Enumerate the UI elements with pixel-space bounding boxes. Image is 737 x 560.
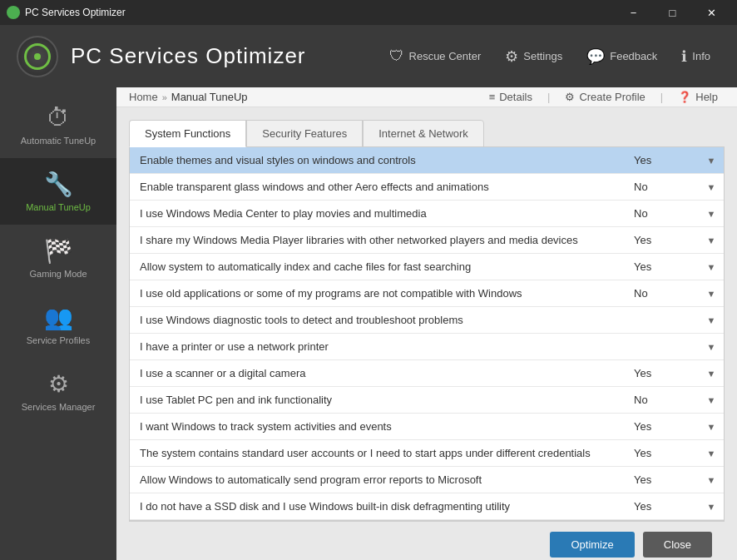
table-row[interactable]: I share my Windows Media Player librarie… <box>130 227 724 254</box>
main-layout: ⏱ Automatic TuneUp 🔧 Manual TuneUp 🏁 Gam… <box>0 87 737 560</box>
row-value: Yes <box>624 254 699 280</box>
row-text: I use Windows diagnostic tools to detect… <box>130 307 624 334</box>
row-dropdown-button[interactable]: ▼ <box>702 495 721 518</box>
table-row[interactable]: I use Windows Media Center to play movie… <box>130 201 724 227</box>
table-scroll[interactable]: Enable themes and visual styles on windo… <box>130 147 724 520</box>
table-row[interactable]: I do not have a SSD disk and I use Windo… <box>130 493 724 520</box>
sidebar-item-services-manager[interactable]: ⚙ Services Manager <box>0 358 116 424</box>
sidebar-label-auto-tuneup: Automatic TuneUp <box>21 136 96 146</box>
settings-table-container: Enable themes and visual styles on windo… <box>129 146 725 521</box>
row-text: I use Windows Media Center to play movie… <box>130 201 624 227</box>
table-row[interactable]: I use a scanner or a digital cameraYes▼ <box>130 360 724 387</box>
titlebar-app-icon <box>7 6 20 19</box>
settings-table: Enable themes and visual styles on windo… <box>130 147 724 520</box>
row-dropdown-cell: ▼ <box>699 227 724 254</box>
tab-security-features[interactable]: Security Features <box>246 120 363 147</box>
header: PC Services Optimizer 🛡 Rescue Center ⚙ … <box>0 25 737 87</box>
breadcrumb-left: Home » Manual TuneUp <box>129 91 248 103</box>
optimize-button[interactable]: Optimize <box>550 532 634 558</box>
auto-tuneup-icon: ⏱ <box>47 104 70 131</box>
breadcrumb-home[interactable]: Home <box>129 91 158 103</box>
breadcrumb-right: ≡ Details | ⚙ Create Profile | ❓ Help <box>482 87 725 107</box>
row-text: I share my Windows Media Player librarie… <box>130 227 624 254</box>
settings-button[interactable]: ⚙ Settings <box>495 41 572 72</box>
services-manager-icon: ⚙ <box>48 370 69 398</box>
row-dropdown-cell: ▼ <box>699 493 724 520</box>
row-dropdown-button[interactable]: ▼ <box>702 229 721 252</box>
sidebar-item-service-profiles[interactable]: 👥 Service Profiles <box>0 291 116 358</box>
details-button[interactable]: ≡ Details <box>482 87 539 107</box>
table-row[interactable]: The system contains standard user accoun… <box>130 440 724 467</box>
sidebar-label-manual-tuneup: Manual TuneUp <box>26 202 91 212</box>
sidebar-item-auto-tuneup[interactable]: ⏱ Automatic TuneUp <box>0 92 116 158</box>
row-value: Yes <box>624 360 699 387</box>
row-text: I use Tablet PC pen and ink functionalit… <box>130 387 624 414</box>
table-row[interactable]: I use Windows diagnostic tools to detect… <box>130 307 724 334</box>
row-dropdown-cell: ▼ <box>699 467 724 493</box>
breadcrumb-sep2: | <box>547 91 550 103</box>
table-row[interactable]: I want Windows to track system activitie… <box>130 414 724 440</box>
maximize-button[interactable]: □ <box>654 0 691 25</box>
row-dropdown-button[interactable]: ▼ <box>702 202 721 225</box>
tab-system-functions[interactable]: System Functions <box>129 120 246 147</box>
row-dropdown-button[interactable]: ▼ <box>702 468 721 492</box>
row-dropdown-button[interactable]: ▼ <box>702 176 721 199</box>
row-dropdown-button[interactable]: ▼ <box>702 309 721 332</box>
info-icon: ℹ <box>681 47 687 66</box>
row-dropdown-button[interactable]: ▼ <box>702 282 721 305</box>
titlebar: PC Services Optimizer − □ ✕ <box>0 0 737 25</box>
manual-tuneup-icon: 🔧 <box>44 171 73 198</box>
feedback-button[interactable]: 💬 Feedback <box>576 41 667 72</box>
app-logo <box>17 36 58 77</box>
row-value: Yes <box>624 440 699 467</box>
table-row[interactable]: Allow system to automatically index and … <box>130 254 724 280</box>
close-button[interactable]: ✕ <box>693 0 730 25</box>
row-dropdown-button[interactable]: ▼ <box>702 149 721 172</box>
row-dropdown-cell: ▼ <box>699 280 724 307</box>
app-title: PC Services Optimizer <box>71 43 306 69</box>
help-label: Help <box>695 91 718 103</box>
row-value <box>624 307 699 334</box>
table-row[interactable]: Allow Windows to automatically send prog… <box>130 467 724 493</box>
row-dropdown-button[interactable]: ▼ <box>702 442 721 465</box>
table-row[interactable]: I use Tablet PC pen and ink functionalit… <box>130 387 724 414</box>
breadcrumb-current: Manual TuneUp <box>171 91 248 103</box>
row-value: Yes <box>624 147 699 174</box>
tab-internet-network[interactable]: Internet & Network <box>363 120 484 147</box>
row-dropdown-button[interactable]: ▼ <box>702 415 721 439</box>
row-dropdown-cell: ▼ <box>699 334 724 360</box>
rescue-center-icon: 🛡 <box>389 47 404 65</box>
titlebar-controls: − □ ✕ <box>615 0 730 25</box>
table-row[interactable]: Enable themes and visual styles on windo… <box>130 147 724 174</box>
row-dropdown-button[interactable]: ▼ <box>702 362 721 385</box>
sidebar-label-service-profiles: Service Profiles <box>27 335 90 345</box>
table-row[interactable]: I have a printer or use a network printe… <box>130 334 724 360</box>
row-dropdown-cell: ▼ <box>699 307 724 334</box>
minimize-button[interactable]: − <box>615 0 652 25</box>
table-row[interactable]: I use old applications or some of my pro… <box>130 280 724 307</box>
sidebar-item-manual-tuneup[interactable]: 🔧 Manual TuneUp <box>0 158 116 225</box>
row-text: I want Windows to track system activitie… <box>130 414 624 440</box>
rescue-center-button[interactable]: 🛡 Rescue Center <box>379 41 492 72</box>
create-profile-button[interactable]: ⚙ Create Profile <box>558 87 651 107</box>
header-right: 🛡 Rescue Center ⚙ Settings 💬 Feedback ℹ … <box>379 41 720 72</box>
table-row[interactable]: Enable transparent glass windows and oth… <box>130 174 724 201</box>
row-text: I use a scanner or a digital camera <box>130 360 624 387</box>
settings-label: Settings <box>523 50 562 62</box>
header-left: PC Services Optimizer <box>17 36 306 77</box>
row-value: No <box>624 280 699 307</box>
sidebar-item-gaming-mode[interactable]: 🏁 Gaming Mode <box>0 225 116 291</box>
row-dropdown-button[interactable]: ▼ <box>702 255 721 279</box>
row-value: No <box>624 201 699 227</box>
row-dropdown-cell: ▼ <box>699 387 724 414</box>
help-button[interactable]: ❓ Help <box>671 87 725 107</box>
close-action-button[interactable]: Close <box>643 532 712 558</box>
info-button[interactable]: ℹ Info <box>671 41 720 72</box>
row-dropdown-button[interactable]: ▼ <box>702 389 721 412</box>
breadcrumb-sep3: | <box>660 91 663 103</box>
create-profile-icon: ⚙ <box>565 91 575 103</box>
inner-content: System Functions Security Features Inter… <box>116 107 737 560</box>
sidebar-label-gaming-mode: Gaming Mode <box>29 269 87 279</box>
row-dropdown-button[interactable]: ▼ <box>702 335 721 359</box>
rescue-center-label: Rescue Center <box>409 50 482 62</box>
